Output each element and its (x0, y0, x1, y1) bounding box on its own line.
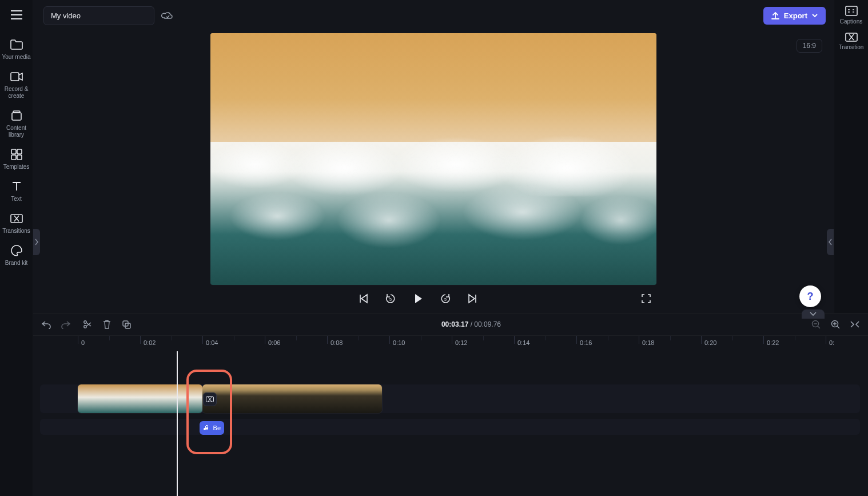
forward-5s-button[interactable]: 5 (439, 292, 452, 305)
split-button[interactable] (81, 318, 94, 331)
video-clip[interactable] (78, 384, 202, 413)
svg-text:5: 5 (444, 297, 447, 301)
timeline-toolbar: 00:03.17 / 00:09.76 (33, 314, 868, 335)
svg-point-12 (84, 321, 86, 323)
upload-icon (771, 11, 779, 19)
fit-timeline-button[interactable] (849, 318, 861, 331)
ruler-tick (514, 336, 515, 344)
ruler-label: 0:22 (767, 339, 779, 346)
annotation-highlight (186, 370, 232, 454)
timeline-ruler[interactable]: 00:020:040:060:080:100:120:140:160:180:2… (33, 335, 868, 351)
ruler-minor-tick (795, 336, 795, 340)
undo-button[interactable] (40, 318, 53, 331)
playhead[interactable] (177, 351, 178, 496)
sidebar-item-transition[interactable]: Transition (836, 33, 867, 50)
ruler-minor-tick (546, 336, 546, 340)
ruler-label: 0:12 (455, 339, 467, 346)
timeline: 00:03.17 / 00:09.76 00:020:040:060:080:1… (33, 313, 868, 496)
zoom-out-button[interactable] (810, 318, 822, 331)
ruler-minor-tick (172, 336, 172, 340)
svg-rect-4 (17, 149, 22, 154)
playback-controls: 5 5 (210, 285, 656, 309)
ruler-tick (202, 336, 203, 344)
sidebar-item-record-create[interactable]: Record & create (2, 70, 31, 100)
transition-icon (10, 212, 23, 225)
total-time: 00:09.76 (474, 320, 501, 328)
hamburger-menu[interactable] (6, 5, 27, 25)
sidebar-item-label: Transition (839, 44, 864, 50)
svg-rect-1 (12, 113, 21, 120)
ruler-tick (452, 336, 452, 344)
skip-back-button[interactable] (356, 292, 370, 305)
ruler-tick (639, 336, 639, 344)
library-icon (10, 109, 23, 122)
ruler-minor-tick (732, 336, 733, 340)
redo-button[interactable] (59, 318, 72, 331)
sidebar-item-label: Content library (2, 125, 31, 138)
right-sidebar: Captions Transition (834, 0, 868, 313)
duplicate-button[interactable] (120, 318, 133, 331)
ruler-label: 0:20 (704, 339, 716, 346)
project-title-input[interactable] (43, 6, 154, 25)
ruler-label: 0:14 (517, 339, 529, 346)
export-button[interactable]: Export (763, 7, 826, 25)
ruler-label: 0 (81, 339, 85, 346)
ruler-minor-tick (670, 336, 671, 340)
ruler-label: 0:18 (642, 339, 654, 346)
skip-forward-button[interactable] (466, 292, 480, 305)
sidebar-item-label: Brand kit (5, 260, 27, 267)
ruler-tick (826, 336, 826, 344)
sidebar-item-captions[interactable]: Captions (836, 6, 867, 25)
svg-text:5: 5 (389, 297, 392, 301)
sidebar-item-templates[interactable]: Templates (2, 148, 31, 170)
aspect-ratio-button[interactable]: 16:9 (797, 39, 822, 53)
play-button[interactable] (411, 292, 425, 305)
palette-icon (10, 244, 23, 257)
timecode: 00:03.17 / 00:09.76 (142, 320, 801, 328)
sidebar-item-label: Text (11, 196, 21, 203)
ruler-label: 0:06 (268, 339, 280, 346)
svg-rect-0 (11, 73, 19, 81)
svg-point-13 (84, 326, 86, 328)
cloud-sync-icon[interactable] (161, 11, 173, 20)
current-time: 00:03.17 (441, 320, 468, 328)
sidebar-item-brand-kit[interactable]: Brand kit (2, 244, 31, 267)
sidebar-item-text[interactable]: Text (2, 180, 31, 203)
ruler-label: 0:10 (393, 339, 405, 346)
sidebar-item-content-library[interactable]: Content library (2, 109, 31, 138)
sidebar-item-label: Record & create (2, 86, 31, 100)
svg-rect-3 (11, 149, 16, 154)
svg-rect-2 (13, 111, 20, 113)
svg-rect-6 (17, 155, 22, 160)
timeline-tracks[interactable]: Be (33, 351, 868, 496)
ruler-label: 0:02 (144, 339, 156, 346)
rewind-5s-button[interactable]: 5 (384, 292, 397, 305)
sidebar-item-your-media[interactable]: Your media (2, 38, 31, 61)
ruler-minor-tick (296, 336, 297, 340)
transition-badge[interactable] (203, 392, 217, 406)
ruler-tick (78, 336, 78, 344)
ruler-minor-tick (608, 336, 608, 340)
sidebar-item-transitions[interactable]: Transitions (2, 212, 31, 235)
ruler-label: 0: (829, 339, 834, 346)
video-preview[interactable] (210, 33, 656, 285)
ruler-tick (763, 336, 764, 344)
audio-track-bg (40, 419, 860, 435)
ruler-tick (265, 336, 265, 344)
ruler-label: 0:16 (580, 339, 592, 346)
ruler-minor-tick (421, 336, 421, 340)
topbar: Export (33, 0, 834, 31)
ruler-minor-tick (483, 336, 484, 340)
help-button[interactable]: ? (799, 285, 821, 307)
transition-icon (845, 33, 858, 42)
preview-area: 16:9 5 5 ? (33, 31, 834, 313)
fullscreen-button[interactable] (639, 292, 653, 305)
ruler-minor-tick (359, 336, 359, 340)
captions-icon (845, 6, 858, 16)
delete-button[interactable] (101, 318, 113, 331)
ruler-tick (327, 336, 328, 344)
zoom-in-button[interactable] (829, 318, 842, 331)
ruler-minor-tick (109, 336, 110, 340)
collapse-timeline-button[interactable] (802, 309, 825, 319)
ruler-tick (140, 336, 141, 344)
